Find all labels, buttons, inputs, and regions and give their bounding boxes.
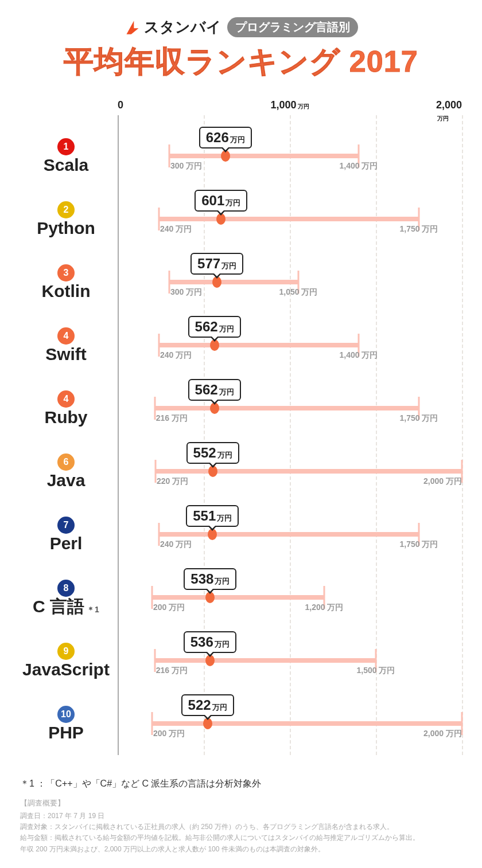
min-label: 216 万円: [156, 413, 188, 424]
rank-badge: 6: [57, 453, 75, 471]
language-label-col: 3Kotlin: [20, 264, 118, 300]
plot-area: 216 万円1,500 万円536万円: [118, 629, 462, 692]
max-label: 1,200 万円: [305, 603, 344, 613]
rank-badge: 8: [57, 580, 75, 597]
avg-callout: 562万円: [188, 316, 241, 338]
plot-area: 240 万円1,400 万円562万円: [118, 314, 462, 377]
rank-badge: 4: [57, 390, 75, 408]
min-label: 240 万円: [160, 224, 192, 234]
min-label: 240 万円: [160, 539, 192, 550]
max-label: 1,750 万円: [400, 539, 438, 550]
chart-row: 6Java220 万円2,000 万円552万円: [20, 440, 462, 503]
avg-callout: 536万円: [184, 631, 236, 653]
survey-line: 給与金額：掲載されている給与金額の平均値を記載。給与非公開の求人についてはスタン…: [20, 832, 462, 843]
chart-row: 9JavaScript216 万円1,500 万円536万円: [20, 629, 462, 692]
avg-callout: 551万円: [186, 505, 239, 527]
rank-badge: 3: [57, 264, 75, 281]
avg-value: 552: [193, 445, 216, 460]
plot-area: 220 万円2,000 万円552万円: [118, 440, 462, 503]
language-note: ＊1: [87, 605, 99, 614]
rank-badge: 7: [57, 517, 75, 534]
max-label: 1,050 万円: [279, 287, 318, 298]
min-label: 300 万円: [170, 287, 202, 298]
survey-line: 調査対象：スタンバイに掲載されている正社員の求人（約 250 万件）のうち、各プ…: [20, 822, 462, 832]
language-label-col: 1Scala: [20, 138, 118, 174]
avg-value: 536: [191, 634, 213, 650]
survey-heading: 【調査概要】: [20, 798, 462, 808]
axis-tick-label: 0: [118, 99, 123, 111]
min-label: 220 万円: [157, 476, 188, 487]
avg-callout: 577万円: [191, 253, 243, 275]
plot-area: 300 万円1,050 万円577万円: [118, 251, 462, 314]
max-label: 1,750 万円: [400, 224, 438, 234]
avg-value: 577: [197, 256, 220, 271]
max-label: 1,400 万円: [340, 161, 378, 171]
language-label-col: 4Ruby: [20, 390, 118, 426]
avg-value: 538: [191, 571, 213, 587]
avg-callout: 562万円: [188, 379, 241, 401]
chart-rows: 1Scala300 万円1,400 万円626万円2Python240 万円1,…: [20, 124, 462, 755]
plot-area: 216 万円1,750 万円562万円: [118, 377, 462, 440]
max-label: 1,400 万円: [340, 350, 378, 361]
avg-callout: 626万円: [199, 127, 252, 148]
language-name: Python: [20, 220, 112, 237]
range-bar: [152, 595, 324, 600]
chart-row: 8C 言語＊1200 万円1,200 万円538万円: [20, 566, 462, 629]
chart-row: 10PHP200 万円2,000 万円522万円: [20, 692, 462, 755]
rank-badge: 10: [57, 706, 75, 723]
brand-logo: スタンバイ: [125, 17, 221, 37]
range-bar: [169, 280, 298, 284]
language-name: PHP: [20, 724, 112, 741]
logo-icon: [125, 19, 141, 36]
plot-area: 240 万円1,750 万円601万円: [118, 187, 462, 251]
plot-area: 200 万円2,000 万円522万円: [118, 692, 462, 755]
axis-tick-label: 2,000万円: [436, 99, 462, 123]
avg-value: 551: [193, 508, 216, 523]
range-bar: [159, 343, 359, 347]
language-name: C 言語＊1: [20, 598, 112, 615]
chart-row: 2Python240 万円1,750 万円601万円: [20, 187, 462, 251]
avg-value: 601: [201, 193, 224, 208]
chart-row: 7Perl240 万円1,750 万円551万円: [20, 503, 462, 566]
brand-name: スタンバイ: [144, 17, 221, 37]
max-label: 1,750 万円: [400, 413, 438, 424]
gridline: [462, 115, 463, 755]
avg-value: 522: [188, 697, 211, 713]
survey-line: 年収 200 万円未満および、2,000 万円以上の求人と求人数が 100 件未…: [20, 844, 462, 855]
range-bar: [159, 532, 419, 537]
chart-row: 4Swift240 万円1,400 万円562万円: [20, 314, 462, 377]
range-bar: [152, 721, 462, 726]
category-badge: プログラミング言語別: [227, 17, 358, 37]
brand-row: スタンバイ プログラミング言語別: [20, 17, 462, 37]
avg-callout: 522万円: [181, 694, 234, 716]
avg-callout: 552万円: [186, 442, 239, 464]
avg-callout: 601万円: [195, 190, 247, 212]
language-name: JavaScript: [20, 661, 112, 678]
avg-value: 562: [195, 319, 218, 334]
min-label: 240 万円: [160, 350, 192, 361]
range-bar: [156, 469, 462, 474]
min-label: 200 万円: [153, 603, 185, 613]
range-bar: [155, 406, 419, 410]
x-axis: 01,000万円2,000万円: [118, 99, 462, 120]
avg-callout: 538万円: [184, 568, 236, 590]
language-name: Perl: [20, 535, 112, 552]
range-bar: [159, 217, 419, 221]
range-bar: [169, 154, 359, 158]
rank-badge: 4: [57, 327, 75, 345]
chart-row: 3Kotlin300 万円1,050 万円577万円: [20, 251, 462, 314]
chart: 01,000万円2,000万円 1Scala300 万円1,400 万円626万…: [20, 99, 462, 755]
chart-row: 4Ruby216 万円1,750 万円562万円: [20, 377, 462, 440]
plot-area: 200 万円1,200 万円538万円: [118, 566, 462, 629]
language-label-col: 9JavaScript: [20, 643, 118, 678]
language-label-col: 6Java: [20, 453, 118, 489]
plot-area: 240 万円1,750 万円551万円: [118, 503, 462, 566]
max-label: 2,000 万円: [423, 729, 462, 739]
footnotes: ＊1 ：「C++」や「C#」など C 派生系の言語は分析対象外 【調査概要】 調…: [20, 778, 462, 855]
page-title: 平均年収ランキング 2017: [20, 42, 462, 82]
language-label-col: 2Python: [20, 201, 118, 237]
rank-badge: 2: [57, 201, 75, 218]
min-label: 216 万円: [156, 666, 188, 676]
plot-area: 300 万円1,400 万円626万円: [118, 124, 462, 187]
max-label: 2,000 万円: [423, 476, 462, 487]
